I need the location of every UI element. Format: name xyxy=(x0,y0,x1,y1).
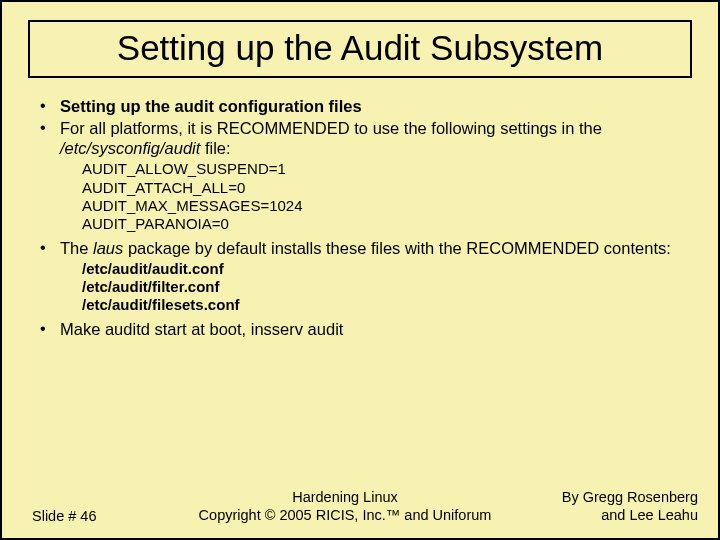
bullet-text: package by default installs these files … xyxy=(123,239,671,257)
footer: Slide # 46 Hardening Linux Copyright © 2… xyxy=(2,489,718,524)
bullet-list: Setting up the audit configuration files… xyxy=(36,96,684,339)
setting-line: AUDIT_MAX_MESSAGES=1024 xyxy=(82,197,684,215)
slide-title: Setting up the Audit Subsystem xyxy=(40,28,680,68)
file-line: /etc/audit/filter.conf xyxy=(82,278,684,296)
bullet-config-files: Setting up the audit configuration files xyxy=(36,96,684,116)
content-area: Setting up the audit configuration files… xyxy=(36,96,684,339)
files-list: /etc/audit/audit.conf /etc/audit/filter.… xyxy=(60,260,684,315)
footer-authors: By Gregg Rosenberg and Lee Leahu xyxy=(508,489,718,524)
bullet-auditd-boot: Make auditd start at boot, insserv audit xyxy=(36,319,684,339)
footer-center: Hardening Linux Copyright © 2005 RICIS, … xyxy=(182,489,508,524)
bullet-text: Setting up the audit configuration files xyxy=(60,97,362,115)
settings-list: AUDIT_ALLOW_SUSPEND=1 AUDIT_ATTACH_ALL=0… xyxy=(60,160,684,233)
footer-copyright: Copyright © 2005 RICIS, Inc.™ and Unifor… xyxy=(182,507,508,524)
author-line: By Gregg Rosenberg xyxy=(508,489,698,506)
bullet-recommended-settings: For all platforms, it is RECOMMENDED to … xyxy=(36,118,684,233)
file-line: /etc/audit/audit.conf xyxy=(82,260,684,278)
bullet-text: Make auditd start at boot, insserv audit xyxy=(60,320,343,338)
slide: Setting up the Audit Subsystem Setting u… xyxy=(0,0,720,540)
setting-line: AUDIT_ALLOW_SUSPEND=1 xyxy=(82,160,684,178)
bullet-text: The xyxy=(60,239,93,257)
title-box: Setting up the Audit Subsystem xyxy=(28,20,692,78)
bullet-laus-package: The laus package by default installs the… xyxy=(36,238,684,315)
setting-line: AUDIT_ATTACH_ALL=0 xyxy=(82,179,684,197)
bullet-text: For all platforms, it is RECOMMENDED to … xyxy=(60,119,602,137)
package-name: laus xyxy=(93,239,123,257)
file-path: /etc/sysconfig/audit xyxy=(60,139,200,157)
setting-line: AUDIT_PARANOIA=0 xyxy=(82,215,684,233)
bullet-text: file: xyxy=(200,139,230,157)
file-line: /etc/audit/filesets.conf xyxy=(82,296,684,314)
author-line: and Lee Leahu xyxy=(508,507,698,524)
slide-number: Slide # 46 xyxy=(2,508,182,524)
footer-title: Hardening Linux xyxy=(182,489,508,506)
